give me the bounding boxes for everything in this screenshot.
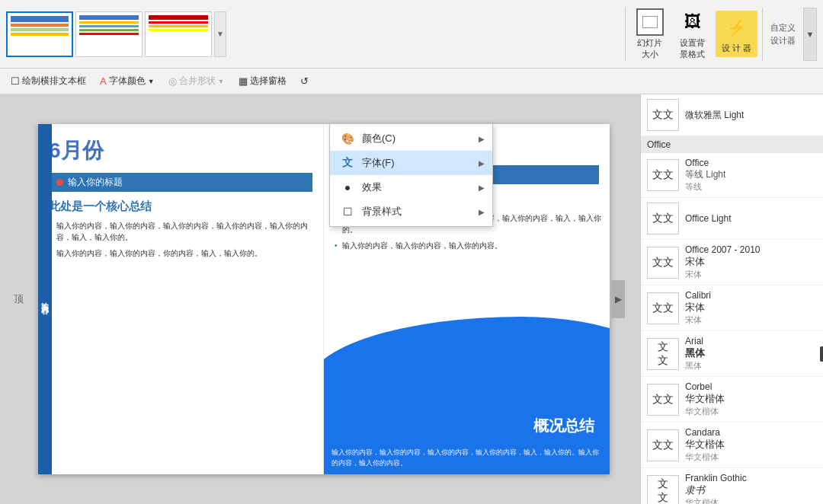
candara-preview: 文文	[647, 429, 679, 461]
draw-textbox-btn[interactable]: ☐ 绘制横排文本框	[6, 73, 91, 89]
font-item-arial[interactable]: 文文 Arial 黑体 黑体 Franklin Gothic	[641, 331, 823, 377]
corbel-preview: 文文	[647, 384, 679, 416]
office-en: Office	[685, 158, 725, 168]
prev-font-name: 微软雅黑 Light	[685, 109, 744, 122]
bg-menu-arrow: ▶	[479, 208, 485, 216]
bg-menu-icon: ☐	[341, 205, 354, 219]
font-item-office-light[interactable]: 文文 Office Light	[641, 198, 823, 240]
arial-line2: 黑体	[685, 360, 705, 372]
font-item-corbel[interactable]: 文文 Corbel 华文楷体 华文楷体	[641, 377, 823, 423]
font-color-btn[interactable]: A 字体颜色 ▼	[95, 73, 159, 89]
rotate-btn[interactable]: ↺	[296, 74, 313, 88]
candara-line1: 华文楷体	[685, 438, 725, 451]
corbel-en: Corbel	[685, 381, 725, 392]
office2007-line1: 宋体	[685, 255, 761, 269]
calibri-line2: 宋体	[685, 314, 711, 326]
font-item-calibri[interactable]: 文文 Calibri 宋体 宋体	[641, 285, 823, 331]
selection-label: 选择窗格	[250, 75, 287, 88]
right-bullet-2: • 输入你的内容，输入你的内容，输入你的内容。	[324, 240, 610, 251]
color-menu-arrow: ▶	[479, 135, 485, 143]
dropdown-menu: 🎨 颜色(C) ▶ 文 字体(F) ▶ ● 效果 ▶ ☐ 背景样式 ▶	[329, 123, 493, 227]
office2007-en: Office 2007 - 2010	[685, 244, 761, 255]
left-title-bar: 输入你的标题	[49, 173, 312, 192]
left-bullet-1: • 输入你的内容，输入你的内容，输入你的内容，输入你的内容，输入你的内容，输入，…	[49, 220, 312, 243]
merge-label: 合并形状	[179, 75, 216, 88]
theme-thumb-3[interactable]	[145, 11, 212, 57]
font-menu-label: 字体(F)	[362, 156, 395, 170]
summary-title: 概况总结	[533, 416, 594, 436]
menu-item-effect[interactable]: ● 效果 ▶	[330, 175, 492, 199]
designer-group-label: 设计器	[770, 35, 796, 46]
slide-size-label: 幻灯片 大小	[637, 37, 662, 60]
font-color-label: 字体颜色	[109, 75, 146, 88]
effect-menu-label: 效果	[362, 180, 382, 194]
slide-size-button[interactable]: 幻灯片 大小	[630, 5, 670, 63]
font-menu-icon: 文	[341, 156, 354, 170]
right-panel: 文文 微软雅黑 Light Office 文文 Office 等线 Light …	[640, 94, 823, 504]
font-item-office[interactable]: 文文 Office 等线 Light 等线	[641, 153, 823, 198]
office-light-en: Office Light	[685, 213, 731, 224]
office-preview: 文文	[647, 159, 679, 191]
corbel-line2: 华文楷体	[685, 406, 725, 417]
arial-en: Arial	[685, 336, 705, 346]
toolbar-expand-btn[interactable]: ▼	[803, 8, 817, 61]
menu-item-color[interactable]: 🎨 颜色(C) ▶	[330, 126, 492, 151]
slide-canvas[interactable]: 6月份 输入你的标题 此处是一个核心总结 • 输入你的内容，输入你的内容，输入你…	[38, 124, 610, 474]
left-side-label: 输入内容	[38, 124, 52, 474]
effect-menu-icon: ●	[341, 180, 354, 194]
theme-thumb-2[interactable]	[75, 11, 143, 57]
candara-en: Candara	[685, 427, 725, 438]
designer-button[interactable]: ⚡ 设 计 器	[716, 11, 757, 57]
office2007-preview: 文文	[647, 247, 679, 279]
format-bg-label: 设置背 景格式	[680, 37, 705, 60]
format-bg-icon: 🖼	[679, 8, 706, 36]
format-bg-button[interactable]: 🖼 设置背 景格式	[673, 5, 713, 63]
slide-right-arrow[interactable]: ▶	[611, 280, 625, 318]
left-month: 6月份	[49, 136, 312, 165]
designer-icon: ⚡	[722, 14, 750, 41]
office-line2: 等线	[685, 181, 725, 193]
theme-thumb-1[interactable]	[6, 11, 73, 57]
office-line1: 等线 Light	[685, 168, 725, 181]
font-color-icon: A	[100, 75, 107, 87]
menu-item-bg[interactable]: ☐ 背景样式 ▶	[330, 199, 492, 224]
title-dot	[56, 179, 63, 186]
font-item-office2007[interactable]: 文文 Office 2007 - 2010 宋体 宋体	[641, 240, 823, 285]
calibri-line1: 宋体	[685, 301, 711, 314]
slide-page-number: 顶	[14, 292, 24, 306]
draw-icon: ☐	[11, 75, 20, 87]
summary-text: 输入你的内容，输入你的内容，输入你的内容，输入你的内容，输入，输入你的。输入你的…	[331, 448, 602, 468]
calibri-preview: 文文	[647, 292, 679, 324]
left-bullet-2: • 输入你的内容，输入你的内容，你的内容，输入，输入你的。	[49, 247, 312, 259]
arial-preview: 文文	[647, 338, 679, 370]
color-menu-icon: 🎨	[341, 132, 354, 145]
customize-label: 自定义	[770, 22, 796, 33]
effect-menu-arrow: ▶	[479, 183, 485, 192]
merge-shapes-btn[interactable]: ◎ 合并形状 ▼	[164, 73, 229, 89]
slide-left-section: 6月份 输入你的标题 此处是一个核心总结 • 输入你的内容，输入你的内容，输入你…	[38, 124, 324, 474]
color-menu-label: 颜色(C)	[362, 132, 395, 145]
franklin-gothic-tooltip: Franklin Gothic	[820, 346, 823, 362]
franklin-en: Franklin Gothic	[685, 473, 747, 483]
font-section-office: Office	[641, 136, 823, 153]
corbel-line1: 华文楷体	[685, 392, 725, 406]
font-item-candara[interactable]: 文文 Candara 华文楷体 华文楷体	[641, 423, 823, 468]
arial-line1: 黑体	[685, 346, 705, 360]
menu-item-font[interactable]: 文 字体(F) ▶	[330, 151, 492, 175]
rotate-icon: ↺	[300, 75, 309, 87]
office2007-line2: 宋体	[685, 269, 761, 280]
office-light-preview: 文文	[647, 203, 679, 234]
font-theme-scroll[interactable]: 文文 微软雅黑 Light Office 文文 Office 等线 Light …	[641, 94, 823, 504]
font-menu-arrow: ▶	[479, 159, 485, 167]
themes-scroll-down[interactable]: ▼	[214, 11, 226, 57]
font-item-franklin[interactable]: 文文 Franklin Gothic 隶书 华文楷体	[641, 468, 823, 504]
selection-icon: ▦	[239, 75, 248, 87]
draw-label: 绘制横排文本框	[22, 75, 86, 88]
selection-pane-btn[interactable]: ▦ 选择窗格	[234, 73, 291, 89]
designer-label: 设 计 器	[722, 43, 751, 54]
calibri-en: Calibri	[685, 290, 711, 301]
bg-menu-label: 背景样式	[362, 205, 402, 219]
franklin-line1: 隶书	[685, 483, 747, 497]
prev-font-preview: 文文	[647, 99, 679, 131]
prev-font-item[interactable]: 文文 微软雅黑 Light	[641, 94, 823, 136]
